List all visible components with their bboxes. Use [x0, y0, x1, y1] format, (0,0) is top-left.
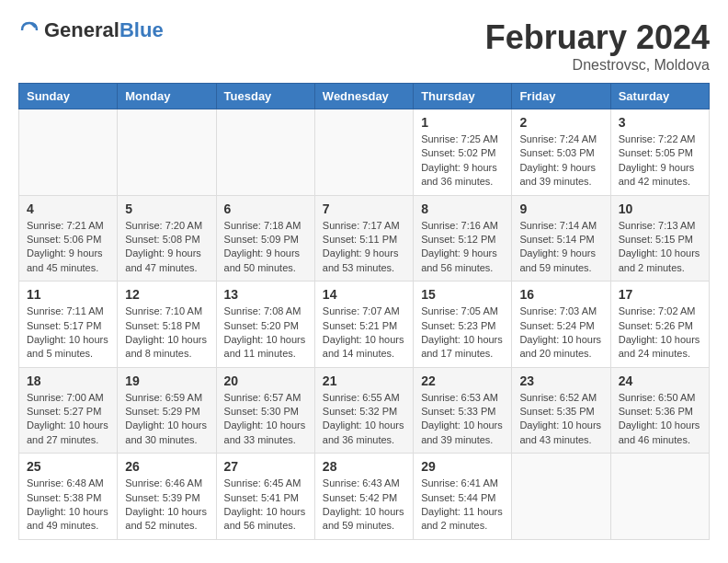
subtitle: Dnestrovsc, Moldova	[485, 57, 710, 74]
logo: GeneralBlue	[18, 18, 164, 42]
calendar-cell: 13Sunrise: 7:08 AMSunset: 5:20 PMDayligh…	[216, 282, 314, 368]
page-header: GeneralBlue February 2024 Dnestrovsc, Mo…	[18, 18, 710, 74]
calendar-cell: 15Sunrise: 7:05 AMSunset: 5:23 PMDayligh…	[414, 282, 512, 368]
day-number: 21	[323, 373, 405, 388]
day-info: Sunrise: 7:05 AMSunset: 5:23 PMDaylight:…	[421, 304, 504, 362]
day-number: 17	[619, 287, 701, 302]
calendar-body: 1Sunrise: 7:25 AMSunset: 5:02 PMDaylight…	[19, 109, 710, 540]
day-number: 29	[421, 459, 504, 474]
calendar-cell: 14Sunrise: 7:07 AMSunset: 5:21 PMDayligh…	[314, 282, 413, 368]
day-info: Sunrise: 6:59 AMSunset: 5:29 PMDaylight:…	[125, 391, 208, 448]
day-info: Sunrise: 7:22 AMSunset: 5:05 PMDaylight:…	[619, 132, 701, 190]
day-info: Sunrise: 6:52 AMSunset: 5:35 PMDaylight:…	[519, 391, 602, 448]
calendar-table: SundayMondayTuesdayWednesdayThursdayFrid…	[18, 83, 710, 540]
day-number: 5	[125, 201, 208, 216]
day-number: 13	[224, 287, 307, 302]
day-info: Sunrise: 6:50 AMSunset: 5:36 PMDaylight:…	[619, 391, 701, 448]
calendar-cell	[512, 454, 610, 540]
day-info: Sunrise: 7:02 AMSunset: 5:26 PMDaylight:…	[619, 304, 701, 362]
calendar-cell: 6Sunrise: 7:18 AMSunset: 5:09 PMDaylight…	[216, 195, 314, 282]
day-info: Sunrise: 7:14 AMSunset: 5:14 PMDaylight:…	[519, 219, 602, 276]
day-info: Sunrise: 6:41 AMSunset: 5:44 PMDaylight:…	[421, 477, 504, 534]
day-info: Sunrise: 7:11 AMSunset: 5:17 PMDaylight:…	[27, 304, 109, 362]
calendar-cell: 12Sunrise: 7:10 AMSunset: 5:18 PMDayligh…	[118, 282, 216, 368]
calendar-week-row: 1Sunrise: 7:25 AMSunset: 5:02 PMDaylight…	[19, 109, 710, 196]
day-number: 25	[27, 459, 109, 474]
day-info: Sunrise: 6:55 AMSunset: 5:32 PMDaylight:…	[323, 391, 405, 448]
logo-icon	[18, 19, 40, 41]
day-info: Sunrise: 7:07 AMSunset: 5:21 PMDaylight:…	[323, 304, 405, 362]
day-info: Sunrise: 7:08 AMSunset: 5:20 PMDaylight:…	[224, 304, 307, 362]
days-of-week-row: SundayMondayTuesdayWednesdayThursdayFrid…	[19, 84, 710, 109]
calendar-cell	[314, 109, 413, 196]
calendar-cell	[610, 454, 709, 540]
day-of-week-header: Saturday	[610, 84, 709, 109]
day-number: 23	[519, 373, 602, 388]
calendar-cell: 23Sunrise: 6:52 AMSunset: 5:35 PMDayligh…	[512, 367, 610, 454]
day-number: 20	[224, 373, 307, 388]
day-info: Sunrise: 7:21 AMSunset: 5:06 PMDaylight:…	[27, 219, 109, 276]
day-number: 27	[224, 459, 307, 474]
calendar-cell	[19, 109, 118, 196]
calendar-week-row: 25Sunrise: 6:48 AMSunset: 5:38 PMDayligh…	[19, 454, 710, 540]
day-info: Sunrise: 7:20 AMSunset: 5:08 PMDaylight:…	[125, 219, 208, 276]
calendar-cell: 24Sunrise: 6:50 AMSunset: 5:36 PMDayligh…	[610, 367, 709, 454]
calendar-cell: 21Sunrise: 6:55 AMSunset: 5:32 PMDayligh…	[314, 367, 413, 454]
day-number: 14	[323, 287, 405, 302]
day-info: Sunrise: 7:13 AMSunset: 5:15 PMDaylight:…	[619, 219, 701, 276]
calendar-cell: 18Sunrise: 7:00 AMSunset: 5:27 PMDayligh…	[19, 367, 118, 454]
calendar-cell: 1Sunrise: 7:25 AMSunset: 5:02 PMDaylight…	[414, 109, 512, 196]
calendar-cell: 9Sunrise: 7:14 AMSunset: 5:14 PMDaylight…	[512, 195, 610, 282]
day-number: 18	[27, 373, 109, 388]
day-number: 28	[323, 459, 405, 474]
calendar-cell: 2Sunrise: 7:24 AMSunset: 5:03 PMDaylight…	[512, 109, 610, 196]
day-info: Sunrise: 7:00 AMSunset: 5:27 PMDaylight:…	[27, 391, 109, 448]
day-info: Sunrise: 7:16 AMSunset: 5:12 PMDaylight:…	[421, 219, 504, 276]
calendar-cell: 29Sunrise: 6:41 AMSunset: 5:44 PMDayligh…	[414, 454, 512, 540]
calendar-week-row: 4Sunrise: 7:21 AMSunset: 5:06 PMDaylight…	[19, 195, 710, 282]
title-block: February 2024 Dnestrovsc, Moldova	[485, 18, 710, 74]
main-title: February 2024	[485, 18, 710, 57]
day-number: 16	[519, 287, 602, 302]
calendar-cell: 22Sunrise: 6:53 AMSunset: 5:33 PMDayligh…	[414, 367, 512, 454]
calendar-cell: 25Sunrise: 6:48 AMSunset: 5:38 PMDayligh…	[19, 454, 118, 540]
day-number: 11	[27, 287, 109, 302]
calendar-cell: 27Sunrise: 6:45 AMSunset: 5:41 PMDayligh…	[216, 454, 314, 540]
calendar-cell: 7Sunrise: 7:17 AMSunset: 5:11 PMDaylight…	[314, 195, 413, 282]
calendar-cell: 5Sunrise: 7:20 AMSunset: 5:08 PMDaylight…	[118, 195, 216, 282]
day-info: Sunrise: 6:53 AMSunset: 5:33 PMDaylight:…	[421, 391, 504, 448]
day-number: 9	[519, 201, 602, 216]
calendar-header: SundayMondayTuesdayWednesdayThursdayFrid…	[19, 84, 710, 109]
day-info: Sunrise: 7:10 AMSunset: 5:18 PMDaylight:…	[125, 304, 208, 362]
day-number: 1	[421, 115, 504, 130]
day-number: 7	[323, 201, 405, 216]
calendar-week-row: 18Sunrise: 7:00 AMSunset: 5:27 PMDayligh…	[19, 367, 710, 454]
day-info: Sunrise: 6:48 AMSunset: 5:38 PMDaylight:…	[27, 477, 109, 534]
day-of-week-header: Wednesday	[314, 84, 413, 109]
day-of-week-header: Friday	[512, 84, 610, 109]
day-number: 10	[619, 201, 701, 216]
logo-blue: Blue	[119, 18, 164, 41]
calendar-cell: 8Sunrise: 7:16 AMSunset: 5:12 PMDaylight…	[414, 195, 512, 282]
day-info: Sunrise: 6:57 AMSunset: 5:30 PMDaylight:…	[224, 391, 307, 448]
day-info: Sunrise: 6:45 AMSunset: 5:41 PMDaylight:…	[224, 477, 307, 534]
calendar-cell: 20Sunrise: 6:57 AMSunset: 5:30 PMDayligh…	[216, 367, 314, 454]
calendar-cell: 10Sunrise: 7:13 AMSunset: 5:15 PMDayligh…	[610, 195, 709, 282]
calendar-cell: 4Sunrise: 7:21 AMSunset: 5:06 PMDaylight…	[19, 195, 118, 282]
day-number: 3	[619, 115, 701, 130]
calendar-cell: 17Sunrise: 7:02 AMSunset: 5:26 PMDayligh…	[610, 282, 709, 368]
day-number: 8	[421, 201, 504, 216]
calendar-cell: 26Sunrise: 6:46 AMSunset: 5:39 PMDayligh…	[118, 454, 216, 540]
day-info: Sunrise: 6:46 AMSunset: 5:39 PMDaylight:…	[125, 477, 208, 534]
day-number: 4	[27, 201, 109, 216]
day-of-week-header: Thursday	[414, 84, 512, 109]
calendar-cell: 16Sunrise: 7:03 AMSunset: 5:24 PMDayligh…	[512, 282, 610, 368]
day-info: Sunrise: 7:17 AMSunset: 5:11 PMDaylight:…	[323, 219, 405, 276]
day-of-week-header: Tuesday	[216, 84, 314, 109]
calendar-week-row: 11Sunrise: 7:11 AMSunset: 5:17 PMDayligh…	[19, 282, 710, 368]
day-number: 15	[421, 287, 504, 302]
day-number: 19	[125, 373, 208, 388]
calendar-cell	[118, 109, 216, 196]
day-info: Sunrise: 7:03 AMSunset: 5:24 PMDaylight:…	[519, 304, 602, 362]
day-of-week-header: Sunday	[19, 84, 118, 109]
